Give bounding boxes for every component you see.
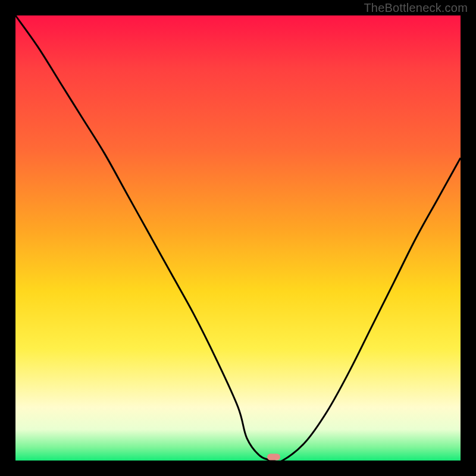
curve-svg bbox=[15, 15, 461, 461]
chart-container: TheBottleneck.com bbox=[0, 0, 476, 476]
bottleneck-curve-path bbox=[15, 15, 461, 462]
plot-area bbox=[15, 15, 461, 461]
optimal-point-marker bbox=[267, 454, 280, 461]
attribution-text: TheBottleneck.com bbox=[364, 1, 468, 15]
